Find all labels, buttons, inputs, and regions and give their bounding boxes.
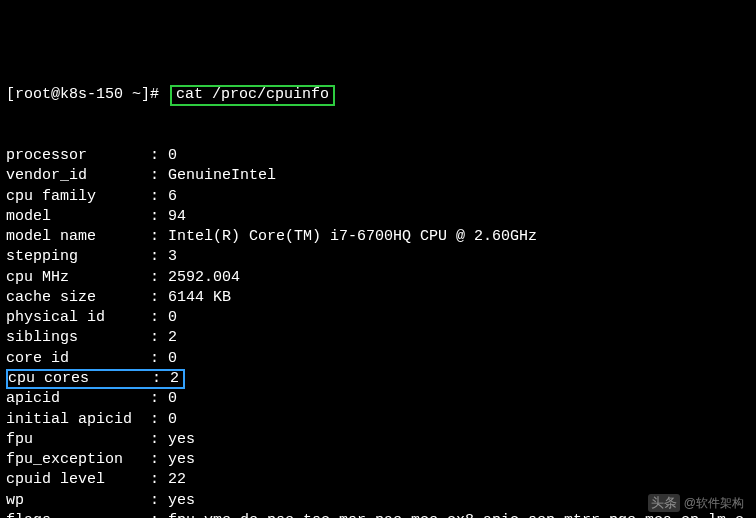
watermark-text: @软件架构 bbox=[684, 495, 744, 511]
cpuinfo-row-siblings: siblings : 2 bbox=[6, 328, 750, 348]
shell-prompt-line: [root@k8s-150 ~]# cat /proc/cpuinfo bbox=[6, 85, 750, 106]
cpuinfo-row-processor: processor : 0 bbox=[6, 146, 750, 166]
shell-command: cat /proc/cpuinfo bbox=[176, 86, 329, 103]
cpuinfo-row-cpu-cores: cpu cores : 2 bbox=[6, 369, 750, 390]
cpuinfo-row-flags: flags : fpu vme de pse tsc msr pae mce c… bbox=[6, 511, 750, 518]
cpuinfo-row-fpu-exception: fpu_exception : yes bbox=[6, 450, 750, 470]
cpuinfo-row-core-id: core id : 0 bbox=[6, 349, 750, 369]
cpuinfo-row-fpu: fpu : yes bbox=[6, 430, 750, 450]
cpuinfo-row-stepping: stepping : 3 bbox=[6, 247, 750, 267]
cpuinfo-row-physical-id: physical id : 0 bbox=[6, 308, 750, 328]
cpuinfo-row-model: model : 94 bbox=[6, 207, 750, 227]
cpu-cores-highlight: cpu cores : 2 bbox=[6, 369, 185, 390]
watermark: 头条 @软件架构 bbox=[648, 494, 744, 512]
cpuinfo-row-cpu-mhz: cpu MHz : 2592.004 bbox=[6, 268, 750, 288]
cpuinfo-row-apicid: apicid : 0 bbox=[6, 389, 750, 409]
cpuinfo-row-vendor-id: vendor_id : GenuineIntel bbox=[6, 166, 750, 186]
shell-prompt: [root@k8s-150 ~]# bbox=[6, 86, 159, 103]
command-highlight: cat /proc/cpuinfo bbox=[170, 85, 335, 106]
watermark-logo: 头条 bbox=[648, 494, 680, 512]
cpuinfo-row-cache-size: cache size : 6144 KB bbox=[6, 288, 750, 308]
cpuinfo-row-cpu-family: cpu family : 6 bbox=[6, 187, 750, 207]
cpuinfo-output: processor : 0vendor_id : GenuineIntelcpu… bbox=[6, 146, 750, 518]
cpuinfo-row-model-name: model name : Intel(R) Core(TM) i7-6700HQ… bbox=[6, 227, 750, 247]
cpuinfo-row-cpuid-level: cpuid level : 22 bbox=[6, 470, 750, 490]
cpuinfo-row-wp: wp : yes bbox=[6, 491, 750, 511]
cpuinfo-row-initial-apicid: initial apicid : 0 bbox=[6, 410, 750, 430]
